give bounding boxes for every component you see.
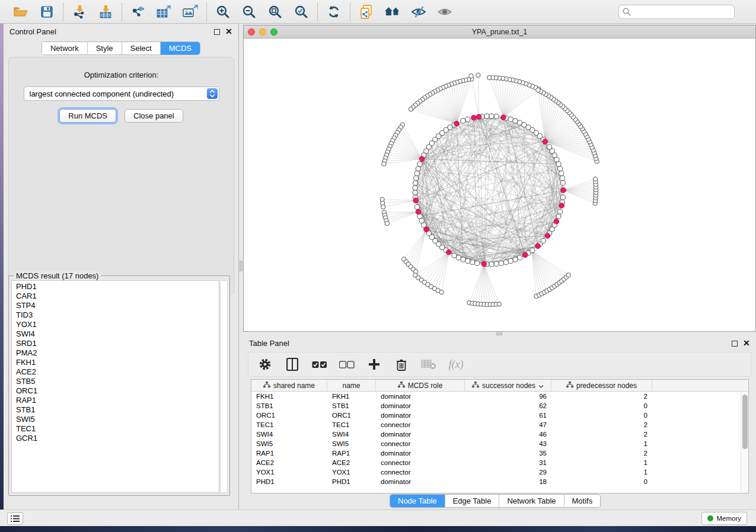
refresh-button[interactable] <box>325 3 343 21</box>
export-image-button[interactable] <box>181 3 199 21</box>
table-row[interactable]: ACE2ACE2connector311 <box>251 458 748 467</box>
mcds-result-item[interactable]: ORC1 <box>16 386 219 396</box>
cell-shared_name: ACE2 <box>251 459 327 466</box>
column-header-successor-nodes[interactable]: successor nodes <box>465 380 551 392</box>
mcds-result-scrollbar[interactable] <box>220 280 228 493</box>
cell-successor_nodes: 18 <box>465 478 551 485</box>
table-settings-button[interactable] <box>258 357 272 371</box>
cell-mcds_role: dominator <box>376 393 465 400</box>
tab-motifs[interactable]: Motifs <box>564 495 601 507</box>
cell-shared_name: PHD1 <box>251 478 327 485</box>
import-table-button[interactable] <box>97 3 114 21</box>
mcds-result-item[interactable]: GCR1 <box>16 434 219 443</box>
function-builder-button: f(x) <box>449 357 463 371</box>
column-header-predecessor-nodes[interactable]: predecessor nodes <box>551 380 652 392</box>
mcds-result-item[interactable]: STB1 <box>16 405 219 415</box>
close-panel-icon[interactable]: ✕ <box>225 28 232 35</box>
tab-edge-table[interactable]: Edge Table <box>445 495 500 507</box>
tab-node-table[interactable]: Node Table <box>390 495 445 507</box>
mcds-result-item[interactable]: SWI5 <box>16 415 219 424</box>
mcds-result-item[interactable]: PMA2 <box>16 348 219 358</box>
table-row[interactable]: TEC1TEC1connector472 <box>251 420 748 430</box>
table-row[interactable]: ORC1ORC1dominator610 <box>251 411 748 420</box>
select-all-button[interactable] <box>312 357 327 371</box>
zoom-fit-button[interactable] <box>266 3 284 21</box>
houses-icon <box>384 5 401 18</box>
save-session-button[interactable] <box>38 3 56 21</box>
network-window-titlebar[interactable]: YPA_prune.txt_1 <box>244 25 755 39</box>
mcds-result-item[interactable]: RAP1 <box>16 396 219 405</box>
cell-shared_name: SWI5 <box>251 440 327 447</box>
column-header-MCDS-role[interactable]: MCDS role <box>376 380 465 392</box>
table-row[interactable]: YOX1YOX1connector291 <box>251 467 748 477</box>
optimization-criterion-select[interactable]: largest connected component (undirected) <box>24 86 219 101</box>
mcds-result-item[interactable]: STB5 <box>16 377 219 386</box>
zoom-out-button[interactable] <box>240 3 258 21</box>
hide-selected-button[interactable] <box>410 3 428 21</box>
network-canvas[interactable] <box>244 39 755 331</box>
mcds-result-item[interactable]: SWI4 <box>16 329 219 339</box>
tab-mcds[interactable]: MCDS <box>161 42 200 55</box>
column-header-shared-name[interactable]: shared name <box>251 380 327 392</box>
memory-button[interactable]: Memory <box>701 512 747 525</box>
cell-name: YOX1 <box>327 469 376 476</box>
mcds-result-item[interactable]: SRD1 <box>16 339 219 348</box>
mcds-result-item[interactable]: TEC1 <box>16 424 219 434</box>
cell-successor_nodes: 46 <box>465 431 551 438</box>
cell-successor_nodes: 31 <box>465 459 551 466</box>
table-row[interactable]: STB1STB1dominator620 <box>251 401 748 411</box>
mcds-result-item[interactable]: CAR1 <box>16 291 219 301</box>
cell-predecessor_nodes: 2 <box>551 393 652 400</box>
export-image-icon <box>183 5 198 19</box>
cell-shared_name: TEC1 <box>251 421 327 428</box>
open-session-button[interactable] <box>12 3 30 21</box>
control-panel-tabs: NetworkStyleSelectMCDS <box>4 41 238 55</box>
zoom-selected-button[interactable] <box>292 3 310 21</box>
table-row[interactable]: RAP1RAP1dominator352 <box>251 448 748 458</box>
import-network-button[interactable] <box>71 3 88 21</box>
export-network-button[interactable] <box>129 3 147 21</box>
show-columns-button[interactable] <box>285 357 299 371</box>
add-column-button[interactable] <box>367 357 381 371</box>
table-row[interactable]: SWI5SWI5connector431 <box>251 439 748 448</box>
cell-name: SWI5 <box>327 440 376 447</box>
run-mcds-button[interactable]: Run MCDS <box>59 109 116 123</box>
tab-style[interactable]: Style <box>88 42 122 55</box>
mcds-result-list[interactable]: PHD1CAR1STP4TID3YOX1SWI4SRD1PMA2FKH1ACE2… <box>11 280 219 493</box>
float-panel-icon[interactable] <box>214 29 220 35</box>
table-row[interactable]: SWI4SWI4dominator462 <box>251 430 748 439</box>
tab-network-table[interactable]: Network Table <box>499 495 564 507</box>
duplicate-network-button[interactable] <box>358 3 375 21</box>
network-view-window: YPA_prune.txt_1 <box>243 25 756 332</box>
show-all-button[interactable] <box>436 3 454 21</box>
cell-mcds_role: dominator <box>376 402 465 409</box>
export-table-button[interactable] <box>155 3 173 21</box>
mcds-result-item[interactable]: YOX1 <box>16 320 219 329</box>
table-row[interactable]: PHD1PHD1dominator180 <box>251 477 748 486</box>
tab-select[interactable]: Select <box>122 42 161 55</box>
cell-predecessor_nodes: 2 <box>551 421 652 428</box>
table-row[interactable]: FKH1FKH1dominator962 <box>251 392 748 401</box>
deselect-all-button[interactable] <box>340 357 354 371</box>
node-table-scrollbar[interactable] <box>741 392 748 493</box>
mcds-result-item[interactable]: ACE2 <box>16 367 219 377</box>
cell-predecessor_nodes: 0 <box>551 478 652 485</box>
first-neighbors-button[interactable] <box>384 3 401 21</box>
mcds-result-item[interactable]: TID3 <box>16 310 219 320</box>
tab-network[interactable]: Network <box>42 42 88 55</box>
mcds-result-item[interactable]: FKH1 <box>16 358 219 367</box>
table-float-panel-icon[interactable] <box>732 341 738 347</box>
delete-column-button[interactable] <box>394 357 409 371</box>
status-list-button[interactable] <box>7 512 23 525</box>
mcds-result-item[interactable]: STP4 <box>16 301 219 310</box>
cell-mcds_role: connector <box>376 440 465 447</box>
node-table-header: shared namenameMCDS rolesuccessor nodesp… <box>251 380 748 392</box>
cell-predecessor_nodes: 2 <box>551 431 652 438</box>
close-panel-button[interactable]: Close panel <box>125 109 183 123</box>
column-header-name[interactable]: name <box>327 380 376 392</box>
search-input[interactable] <box>618 5 735 19</box>
table-close-panel-icon[interactable]: ✕ <box>743 339 750 347</box>
mcds-result-item[interactable]: PHD1 <box>16 282 219 291</box>
zoom-in-button[interactable] <box>214 3 232 21</box>
vertical-splitter[interactable] <box>239 24 243 509</box>
